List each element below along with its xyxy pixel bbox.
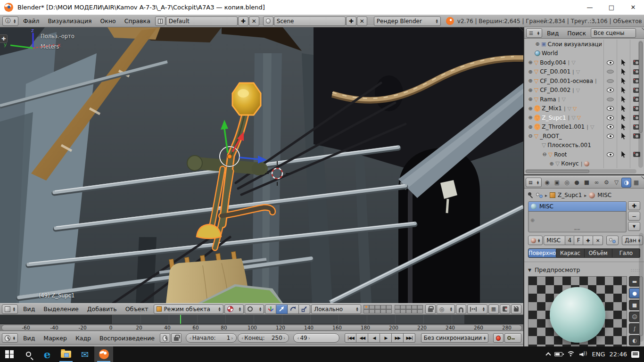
outliner-item[interactable]: ⊕▽CF_D0.001-основа| (524, 76, 644, 86)
mode-select[interactable]: Режим объекта▲▼ (154, 304, 223, 314)
menu-item[interactable]: Поиск (563, 30, 590, 37)
layer-cell[interactable] (400, 309, 406, 313)
editor-type-button[interactable]: ⓘ▲▼ (2, 16, 18, 26)
wifi-icon[interactable] (567, 351, 575, 357)
add-material-slot-button[interactable]: ✚ (628, 201, 640, 210)
selectable-cursor-icon[interactable] (621, 68, 626, 75)
add-scene-button[interactable]: ✚ (346, 16, 356, 26)
preview-range-button[interactable] (160, 333, 170, 343)
display-filter-select[interactable]: Все сцены (591, 28, 636, 38)
menu-item[interactable]: Визуализация (44, 17, 96, 25)
clock[interactable]: 22:46 (610, 351, 627, 358)
menu-item[interactable]: Вид (19, 335, 39, 342)
material-type-tab[interactable]: Поверхно (528, 248, 556, 258)
language-indicator[interactable]: ENG (592, 351, 605, 358)
speaker-icon[interactable] (579, 351, 588, 357)
layer-cell[interactable] (406, 309, 412, 313)
expand-toggle-icon[interactable]: ⊕ (534, 41, 541, 47)
browse-material-button[interactable]: ▲▼ (528, 236, 543, 245)
menu-item[interactable]: Маркер (39, 335, 71, 342)
expand-toggle-icon[interactable]: ⊕ (527, 78, 534, 84)
selectable-cursor-icon[interactable] (621, 115, 626, 121)
next-keyframe-button[interactable]: ▶▶ (392, 333, 404, 343)
editor-type-button[interactable]: ▤▲▼ (526, 178, 542, 187)
outliner-hscrollbar[interactable] (525, 169, 636, 173)
visibility-eye-icon[interactable] (607, 134, 614, 139)
outliner-item[interactable]: World (524, 49, 644, 58)
selectable-cursor-icon[interactable] (621, 78, 626, 84)
expand-toggle-icon[interactable]: ⊕ (527, 59, 534, 66)
expand-toggle-icon[interactable]: ⊕ (527, 96, 534, 102)
menu-item[interactable]: Вид (543, 30, 563, 37)
layer-cell[interactable] (380, 305, 386, 309)
layers-widget[interactable] (363, 305, 423, 313)
tab-texture[interactable]: ▦ (631, 178, 641, 188)
material-slot-list[interactable]: MISC ⊕ ══ (528, 201, 627, 232)
visibility-eye-icon[interactable] (607, 115, 614, 120)
menu-item[interactable]: Воспроизведение (95, 335, 159, 342)
tab-render-layers[interactable]: ▣ (552, 178, 562, 188)
3d-viewport[interactable]: Польз.-орто Meters (49) Z_Supc1 ✚ z y x (0, 27, 523, 303)
layer-cell[interactable] (412, 305, 417, 309)
expand-toggle-icon[interactable]: ⊕ (527, 124, 534, 130)
outliner-item[interactable]: ⊕▽CF_D0.001|▽ (524, 67, 644, 77)
material-type-tab[interactable]: Каркас (556, 248, 584, 258)
action-center-icon[interactable] (631, 351, 639, 358)
selectable-cursor-icon[interactable] (621, 87, 626, 93)
outliner-item[interactable]: ⊕▽CF_D0.002|▽ (524, 86, 644, 95)
remove-material-slot-button[interactable]: − (628, 212, 640, 221)
record-button[interactable] (493, 333, 504, 343)
play-button[interactable]: ▶ (380, 333, 392, 343)
jump-to-end-button[interactable]: ▶▶| (404, 333, 415, 343)
layer-cell[interactable] (417, 309, 423, 313)
menu-item[interactable]: Добавить (83, 305, 121, 313)
menu-item[interactable]: Объект (121, 305, 153, 313)
opengl-render-button[interactable] (500, 304, 510, 314)
menu-item[interactable]: Кадр (71, 335, 95, 342)
pivot-center-button[interactable]: ▲▼ (245, 304, 264, 314)
outliner-item[interactable]: ⊕▽Z_Throtle1.001|▽ (524, 123, 644, 132)
menu-item[interactable]: Окно (96, 17, 120, 25)
mail-taskbar-button[interactable]: ✉ (75, 346, 94, 362)
material-type-tab[interactable]: Объём (585, 248, 612, 258)
selectable-cursor-icon[interactable] (621, 59, 626, 66)
layer-cell[interactable] (363, 309, 369, 313)
visibility-eye-icon[interactable] (607, 60, 614, 65)
tab-constraints[interactable]: ∞ (592, 178, 602, 188)
selectable-cursor-icon[interactable] (621, 133, 626, 140)
editor-type-button[interactable]: ☰▲▼ (526, 28, 542, 38)
menu-item[interactable]: Выделение (39, 305, 83, 313)
visibility-eye-icon[interactable] (607, 152, 614, 157)
visibility-eye-icon[interactable] (607, 70, 614, 74)
tab-scene[interactable]: ◎ (562, 178, 572, 188)
editor-type-button[interactable]: ▲▼ (2, 304, 18, 314)
layer-cell[interactable] (369, 305, 375, 309)
rotate-manipulator-button[interactable] (288, 304, 299, 314)
sync-mode-select[interactable]: Без синхронизации▲▼ (421, 333, 489, 343)
scene-browse-button[interactable] (263, 16, 273, 26)
play-reverse-button[interactable]: ◀ (368, 333, 380, 343)
render-engine-select[interactable]: Рендер Blender▲▼ (374, 16, 441, 26)
visibility-eye-icon[interactable] (607, 124, 614, 129)
material-name-field[interactable]: MISC (544, 236, 565, 245)
viewport-shading-button[interactable]: ▲▼ (224, 304, 244, 314)
slot-specials-button[interactable]: ▼ (628, 222, 640, 231)
auto-keying-set-button[interactable] (504, 333, 521, 343)
explorer-taskbar-button[interactable] (57, 346, 75, 362)
material-type-tab[interactable]: Гало (612, 248, 640, 258)
region-corner-widget[interactable] (640, 28, 644, 34)
outliner-scrollbar[interactable] (638, 41, 643, 168)
outliner-item[interactable]: ⊕▽Body.004|▽ (524, 58, 644, 67)
snap-toggle-button[interactable] (456, 304, 466, 314)
manipulator-toggle-button[interactable] (265, 304, 276, 314)
breadcrumb-material[interactable]: MISC (597, 192, 611, 198)
unlink-material-button[interactable]: ✕ (593, 236, 603, 245)
menu-item[interactable]: Вид (19, 305, 39, 313)
expand-toggle-icon[interactable]: ⊕ (527, 69, 534, 75)
frame-start-field[interactable]: ‹Начало:1› (186, 333, 237, 343)
outliner-item[interactable]: ⊕▽Конус| (524, 159, 644, 169)
tab-object-data[interactable]: ▽ (611, 178, 621, 188)
pin-icon[interactable] (528, 192, 534, 198)
properties-scrollbar[interactable] (639, 233, 644, 342)
scene-name-field[interactable]: Scene (274, 16, 346, 26)
